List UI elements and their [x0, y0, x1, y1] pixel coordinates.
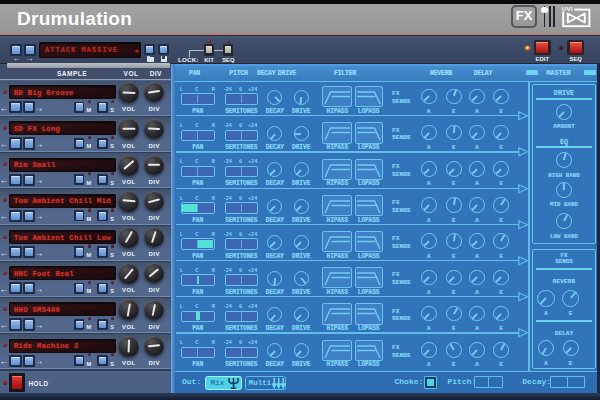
svg-text:UVI: UVI — [562, 6, 573, 12]
